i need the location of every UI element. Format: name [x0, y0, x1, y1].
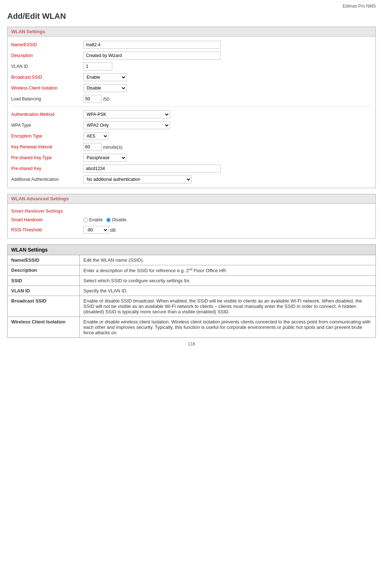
table-row: Name/ESSID Edit the WLAN name (SSID). — [8, 255, 376, 265]
encryption-type-select[interactable]: AES TKIP Auto — [83, 132, 109, 140]
additional-auth-label: Additional Authentication — [11, 177, 83, 182]
pre-shared-key-label: Pre-shared Key — [11, 166, 83, 171]
wireless-isolation-label: Wireless Client Isolation — [11, 86, 83, 91]
smart-handover-enable-label[interactable]: Enable — [83, 217, 103, 222]
additional-auth-value: No additional authentication MAC Filter … — [83, 175, 372, 183]
smart-handover-value: Enable Disable — [83, 217, 372, 222]
name-essid-input[interactable] — [83, 41, 221, 49]
smart-handover-label: Smart Handover — [11, 217, 83, 222]
pre-shared-key-value — [83, 165, 372, 173]
rssi-threshold-label: RSSI Threshold — [11, 227, 83, 232]
ref-term-wireless-isolation: Wireless Client Isolation — [8, 317, 80, 338]
encryption-type-row: Encryption Type AES TKIP Auto — [11, 131, 372, 141]
wireless-isolation-select[interactable]: Enable Disable — [83, 84, 127, 92]
app-title: Edimax Pro NMS — [7, 4, 376, 9]
reference-table: WLAN Settings Name/ESSID Edit the WLAN n… — [7, 244, 376, 338]
rssi-threshold-value: -80 -70 -75 -85 -90 dB — [83, 226, 372, 234]
key-renewal-value: minute(s) — [83, 143, 372, 151]
pre-shared-key-type-value: Passphrase Hex — [83, 154, 372, 162]
key-renewal-input[interactable] — [83, 143, 101, 151]
pre-shared-key-type-label: Pre-shared Key Type — [11, 155, 83, 160]
ref-desc-description: Enter a description of the SSID for refe… — [80, 265, 376, 276]
wpa-type-label: WPA Type — [11, 123, 83, 128]
table-row: Wireless Client Isolation Enable or disa… — [8, 317, 376, 338]
name-essid-row: Name/ESSID — [11, 39, 372, 50]
broadcast-ssid-label: Broadcast SSID — [11, 75, 83, 80]
ref-desc-name-essid: Edit the WLAN name (SSID). — [80, 255, 376, 265]
broadcast-ssid-select[interactable]: Enable Disable — [83, 73, 127, 81]
smart-handover-disable-text: Disable — [112, 217, 126, 222]
description-row: Description — [11, 50, 372, 61]
name-essid-value — [83, 41, 372, 49]
rssi-threshold-row: RSSI Threshold -80 -70 -75 -85 -90 dB — [11, 225, 372, 235]
name-essid-label: Name/ESSID — [11, 42, 83, 47]
table-row: Description Enter a description of the S… — [8, 265, 376, 276]
additional-auth-row: Additional Authentication No additional … — [11, 174, 372, 185]
smart-handover-disable-radio[interactable] — [106, 218, 111, 222]
vlan-id-input[interactable] — [83, 62, 112, 70]
load-balancing-row: Load Balancing /50 — [11, 93, 372, 104]
description-label: Description — [11, 53, 83, 58]
ref-desc-broadcast-ssid: Enable or disable SSID broadcast. When e… — [80, 296, 376, 317]
ref-term-description: Description — [8, 265, 80, 276]
ref-term-broadcast-ssid: Broadcast SSID — [8, 296, 80, 317]
wlan-advanced-settings-title: WLAN Advanced Settings — [8, 194, 375, 204]
wireless-isolation-row: Wireless Client Isolation Enable Disable — [11, 83, 372, 93]
load-balancing-max: /50 — [103, 96, 109, 102]
rssi-threshold-unit: dB — [110, 227, 116, 233]
encryption-type-value: AES TKIP Auto — [83, 132, 372, 140]
wlan-advanced-settings-section: WLAN Advanced Settings Smart Handover Se… — [7, 194, 376, 239]
pre-shared-key-input[interactable] — [83, 165, 221, 173]
table-row: VLAN ID Specify the VLAN ID. — [8, 286, 376, 296]
rssi-threshold-select[interactable]: -80 -70 -75 -85 -90 — [83, 226, 109, 234]
wlan-advanced-settings-form: Smart Handover Settings Smart Handover E… — [8, 204, 375, 238]
wlan-settings-section: WLAN Settings Name/ESSID Description VLA… — [7, 27, 376, 188]
auth-method-row: Authentication Method WPA-PSK Open Share… — [11, 109, 372, 120]
broadcast-ssid-row: Broadcast SSID Enable Disable — [11, 72, 372, 83]
load-balancing-input[interactable] — [83, 95, 101, 103]
additional-auth-select[interactable]: No additional authentication MAC Filter … — [83, 175, 192, 183]
smart-handover-enable-text: Enable — [89, 217, 103, 222]
table-row: Broadcast SSID Enable or disable SSID br… — [8, 296, 376, 317]
smart-handover-disable-label[interactable]: Disable — [106, 217, 126, 222]
ref-term-ssid: SSID — [8, 276, 80, 286]
pre-shared-key-type-select[interactable]: Passphrase Hex — [83, 154, 127, 162]
load-balancing-value: /50 — [83, 95, 372, 103]
wlan-settings-title: WLAN Settings — [8, 27, 375, 36]
key-renewal-label: Key Renewal Interval — [11, 144, 83, 149]
vlan-id-label: VLAN ID — [11, 64, 83, 69]
wpa-type-select[interactable]: WPA2 Only WPA Only Auto(WPA+WPA2) — [83, 121, 170, 129]
description-value — [83, 52, 372, 60]
ref-desc-wireless-isolation: Enable or disable wireless client isolat… — [80, 317, 376, 338]
pre-shared-key-type-row: Pre-shared Key Type Passphrase Hex — [11, 152, 372, 163]
encryption-type-label: Encryption Type — [11, 134, 83, 139]
auth-method-value: WPA-PSK Open Shared WPA WPA2 802.1x — [83, 110, 372, 118]
ref-desc-vlan-id: Specify the VLAN ID. — [80, 286, 376, 296]
ref-desc-ssid: Select which SSID to configure security … — [80, 276, 376, 286]
auth-method-select[interactable]: WPA-PSK Open Shared WPA WPA2 802.1x — [83, 110, 170, 118]
ref-term-name-essid: Name/ESSID — [8, 255, 80, 265]
wpa-type-row: WPA Type WPA2 Only WPA Only Auto(WPA+WPA… — [11, 120, 372, 131]
smart-handover-settings-label: Smart Handover Settings — [11, 206, 372, 215]
wlan-settings-form: Name/ESSID Description VLAN ID Broadcast… — [8, 36, 375, 188]
table-row: SSID Select which SSID to configure secu… — [8, 276, 376, 286]
description-input[interactable] — [83, 52, 221, 60]
page-heading: Add/Edit WLAN — [7, 12, 376, 21]
auth-method-label: Authentication Method — [11, 112, 83, 117]
smart-handover-row: Smart Handover Enable Disable — [11, 215, 372, 225]
smart-handover-enable-radio[interactable] — [83, 218, 88, 222]
broadcast-ssid-value: Enable Disable — [83, 73, 372, 81]
ref-term-vlan-id: VLAN ID — [8, 286, 80, 296]
pre-shared-key-row: Pre-shared Key — [11, 163, 372, 174]
key-renewal-unit: minute(s) — [103, 144, 122, 150]
vlan-id-row: VLAN ID — [11, 61, 372, 72]
key-renewal-row: Key Renewal Interval minute(s) — [11, 141, 372, 152]
load-balancing-label: Load Balancing — [11, 96, 83, 101]
ref-table-header: WLAN Settings — [8, 245, 376, 255]
vlan-id-value — [83, 62, 372, 70]
wireless-isolation-value: Enable Disable — [83, 84, 372, 92]
page-number: 118 — [7, 341, 376, 347]
wpa-type-value: WPA2 Only WPA Only Auto(WPA+WPA2) — [83, 121, 372, 129]
ref-table-header-row: WLAN Settings — [8, 245, 376, 255]
